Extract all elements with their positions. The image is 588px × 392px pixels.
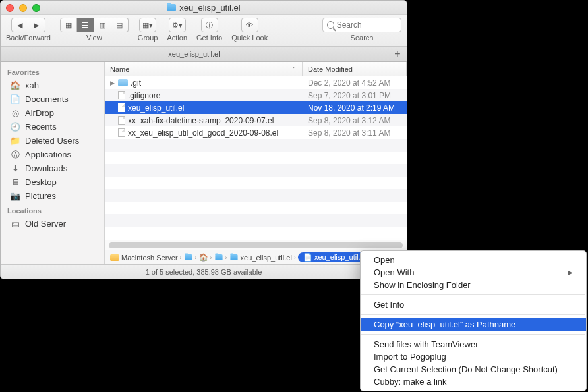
- sidebar-item-recents[interactable]: 🕘Recents: [1, 120, 104, 134]
- sidebar-item-label: Pictures: [25, 191, 56, 201]
- chevron-right-icon: ▶: [568, 269, 573, 276]
- menu-item-label: Get Current Selection (Do Not Change Sho…: [374, 364, 558, 374]
- scrollbar-thumb[interactable]: [109, 242, 403, 248]
- menu-item-copy-xeu-elisp-util-el-as-path[interactable]: Copy “xeu_elisp_util.el” as Pathname: [361, 318, 586, 331]
- menu-item-cubby-make-a-link[interactable]: Cubby: make a link: [361, 376, 586, 388]
- sidebar-item-label: AirDrop: [25, 108, 54, 118]
- empty-row: [105, 177, 407, 189]
- file-row[interactable]: xx_xah-fix-datetime-stamp_2020-09-07.elS…: [105, 114, 407, 126]
- menu-item-show-in-enclosing-folder[interactable]: Show in Enclosing Folder: [361, 279, 586, 291]
- tab-current[interactable]: xeu_elisp_util.el: [1, 47, 388, 61]
- get-info-label: Get Info: [196, 34, 222, 42]
- menu-item-send-files-with-teamviewer[interactable]: Send files with TeamViewer: [361, 338, 586, 350]
- sidebar-item-label: xah: [25, 80, 39, 90]
- file-date: Dec 2, 2020 at 4:52 AM: [303, 78, 407, 88]
- disclosure-triangle[interactable]: ▶: [110, 80, 115, 86]
- sidebar-item-airdrop[interactable]: ◎AirDrop: [1, 106, 104, 120]
- sidebar-item-deleted-users[interactable]: 📁Deleted Users: [1, 134, 104, 148]
- folder-icon: [185, 254, 192, 260]
- zoom-window-button[interactable]: [32, 4, 40, 12]
- sidebar-item-xah[interactable]: 🏠xah: [1, 78, 104, 92]
- menu-item-label: Open With: [374, 267, 414, 277]
- group-label: Group: [138, 34, 158, 42]
- menu-separator: [361, 334, 585, 335]
- file-name: xeu_elisp_util.el: [128, 103, 184, 113]
- back-button[interactable]: ◀: [11, 18, 28, 32]
- forward-button[interactable]: ▶: [28, 18, 45, 32]
- apps-icon: Ⓐ: [10, 150, 20, 159]
- file-row[interactable]: ▶.gitDec 2, 2020 at 4:52 AM: [105, 76, 407, 89]
- search-input[interactable]: [337, 20, 397, 30]
- file-row[interactable]: xeu_elisp_util.elNov 18, 2020 at 2:19 AM: [105, 101, 407, 114]
- disk-icon: [110, 254, 119, 261]
- chevron-right-icon: ›: [180, 254, 182, 261]
- sidebar-item-documents[interactable]: 📄Documents: [1, 92, 104, 106]
- view-columns-button[interactable]: ▥: [94, 18, 111, 32]
- path-current-label: xeu_elisp_util.el: [314, 253, 366, 261]
- chevron-right-icon: ›: [195, 254, 197, 261]
- menu-item-open-with[interactable]: Open With▶: [361, 266, 586, 279]
- sidebar-item-label: Deleted Users: [25, 136, 79, 146]
- path-segment[interactable]: Macintosh Server: [121, 254, 178, 262]
- file-row[interactable]: .gitignoreSep 7, 2020 at 3:01 PM: [105, 89, 407, 101]
- view-gallery-button[interactable]: ▤: [111, 18, 129, 32]
- column-name[interactable]: Name ⌃: [105, 62, 303, 76]
- quick-look-label: Quick Look: [231, 34, 268, 42]
- info-icon: ⓘ: [206, 20, 213, 30]
- menu-item-open[interactable]: Open: [361, 254, 586, 266]
- menu-item-get-info[interactable]: Get Info: [361, 298, 586, 311]
- sidebar-item-desktop[interactable]: 🖥Desktop: [1, 175, 104, 189]
- column-date[interactable]: Date Modified: [303, 62, 407, 76]
- sidebar-item-label: Downloads: [25, 163, 67, 173]
- folder-icon: [118, 79, 128, 86]
- home-icon: 🏠: [10, 81, 20, 90]
- path-segment[interactable]: xeu_elisp_util.el: [241, 254, 292, 262]
- sidebar-item-label: Desktop: [25, 177, 57, 187]
- file-list[interactable]: ▶.gitDec 2, 2020 at 4:52 AM.gitignoreSep…: [105, 76, 407, 240]
- file-date: Nov 18, 2020 at 2:19 AM: [303, 103, 407, 113]
- gear-icon: ⚙: [172, 21, 179, 30]
- eye-icon: 👁: [246, 21, 253, 29]
- downloads-icon: ⬇: [10, 164, 20, 173]
- view-icons-button[interactable]: ▦: [60, 18, 77, 32]
- sidebar-item-downloads[interactable]: ⬇Downloads: [1, 161, 104, 175]
- document-icon: [118, 103, 125, 112]
- menu-item-label: Import to Pogoplug: [374, 352, 446, 362]
- new-tab-button[interactable]: +: [388, 47, 407, 61]
- menu-item-label: Send files with TeamViewer: [374, 339, 479, 349]
- menu-item-label: Get Info: [374, 300, 404, 310]
- window-title: xeu_elisp_util.el: [1, 3, 407, 13]
- menu-item-get-current-selection-do-not-c[interactable]: Get Current Selection (Do Not Change Sho…: [361, 363, 586, 376]
- tab-bar: xeu_elisp_util.el +: [1, 47, 407, 62]
- sidebar-item-old-server[interactable]: 🖴Old Server: [1, 217, 104, 231]
- sidebar-item-applications[interactable]: ⒶApplications: [1, 148, 104, 161]
- menu-separator: [361, 314, 585, 315]
- horizontal-scrollbar[interactable]: [105, 240, 407, 250]
- column-date-label: Date Modified: [308, 65, 353, 73]
- menu-item-import-to-pogoplug[interactable]: Import to Pogoplug: [361, 350, 586, 363]
- context-menu: OpenOpen With▶Show in Enclosing FolderGe…: [360, 250, 587, 391]
- folder-icon: [167, 4, 176, 11]
- empty-row: [105, 164, 407, 177]
- get-info-button[interactable]: ⓘ: [201, 18, 218, 32]
- empty-row: [105, 214, 407, 227]
- document-icon: [118, 128, 125, 137]
- empty-row: [105, 152, 407, 164]
- search-label: Search: [351, 34, 374, 42]
- close-window-button[interactable]: [6, 4, 14, 12]
- view-list-button[interactable]: ☰: [77, 18, 94, 32]
- home-icon: 🏠: [199, 253, 208, 262]
- folder-icon: [215, 254, 222, 260]
- quick-look-button[interactable]: 👁: [241, 18, 258, 32]
- server-icon: 🖴: [10, 219, 20, 229]
- group-button[interactable]: ▦▾: [139, 18, 156, 32]
- search-field[interactable]: [322, 18, 401, 32]
- finder-window: xeu_elisp_util.el ◀ ▶ Back/Forward ▦ ☰ ▥…: [0, 0, 407, 279]
- sidebar-item-pictures[interactable]: 📷Pictures: [1, 189, 104, 203]
- minimize-window-button[interactable]: [19, 4, 27, 12]
- file-name: xx_xah-fix-datetime-stamp_2020-09-07.el: [128, 116, 274, 125]
- window-title-text: xeu_elisp_util.el: [179, 3, 241, 13]
- file-row[interactable]: xx_xeu_elisp_util_old_good_2020-09-08.el…: [105, 126, 407, 139]
- action-button[interactable]: ⚙▾: [169, 18, 186, 32]
- main-pane: Name ⌃ Date Modified ▶.gitDec 2, 2020 at…: [105, 62, 407, 264]
